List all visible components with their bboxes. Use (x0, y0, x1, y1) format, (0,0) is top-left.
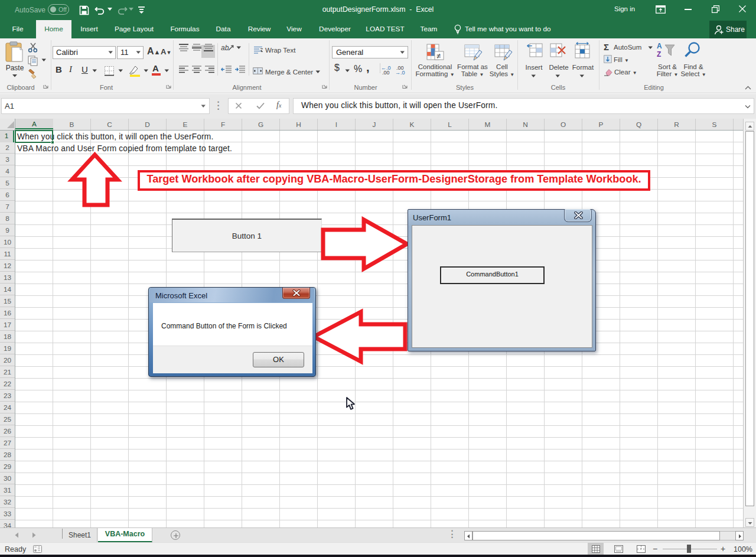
svg-text:Z: Z (657, 50, 661, 58)
svg-text:A: A (657, 42, 662, 50)
svg-text:≠: ≠ (436, 51, 441, 60)
svg-text:ab: ab (221, 44, 229, 52)
svg-text:.00: .00 (382, 70, 390, 75)
svg-text:→.0: →.0 (395, 70, 405, 75)
